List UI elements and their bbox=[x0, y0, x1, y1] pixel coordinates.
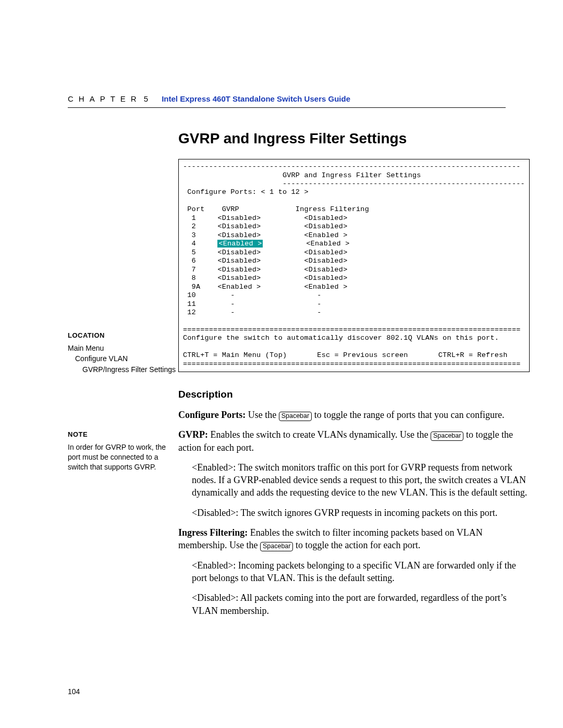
term-row-2: 2 <Disabled> <Disabled> bbox=[183, 223, 347, 230]
note-block: NOTE In order for GVRP to work, the port… bbox=[68, 430, 169, 472]
term-row-4-suffix: <Enabled > bbox=[263, 240, 349, 248]
term-row-6: 6 <Disabled> <Disabled> bbox=[183, 257, 347, 265]
spacebar-key: Spacebar bbox=[431, 431, 464, 441]
chapter-number: 5 bbox=[144, 94, 148, 103]
chapter-label: CHAPTER bbox=[68, 94, 142, 103]
page: CHAPTER5 Intel Express 460T Standalone S… bbox=[0, 0, 563, 728]
description-heading: Description bbox=[178, 388, 530, 401]
ingress-disabled-text: <Disabled>: All packets coming into the … bbox=[192, 591, 530, 617]
main-column: ----------------------------------------… bbox=[178, 159, 530, 624]
book-title: Intel Express 460T Standalone Switch Use… bbox=[162, 94, 350, 103]
header-rule bbox=[68, 107, 506, 108]
term-configure-ports: Configure Ports: < 1 to 12 > bbox=[183, 188, 309, 196]
terminal-screenshot: ----------------------------------------… bbox=[178, 159, 530, 372]
term-row-5: 5 <Disabled> <Disabled> bbox=[183, 249, 347, 256]
ingress-enabled-text: <Enabled>: Incoming packets belonging to… bbox=[192, 559, 530, 585]
spacebar-key: Spacebar bbox=[260, 542, 293, 551]
term-rule-half: ----------------------------------------… bbox=[183, 180, 525, 188]
term-row-4-prefix: 4 bbox=[183, 240, 217, 248]
gvrp-enabled-text: <Enabled>: The switch monitors traffic o… bbox=[192, 461, 530, 499]
location-level-2: Configure VLAN bbox=[75, 354, 169, 364]
term-rule-double-2: ========================================… bbox=[183, 360, 521, 368]
term-title: GVRP and Ingress Filter Settings bbox=[183, 171, 421, 179]
sidebar: LOCATION Main Menu Configure VLAN GVRP/I… bbox=[68, 159, 178, 472]
two-column-layout: LOCATION Main Menu Configure VLAN GVRP/I… bbox=[68, 159, 506, 624]
term-row-7: 7 <Disabled> <Disabled> bbox=[183, 266, 347, 274]
gvrp-disabled-text: <Disabled>: The switch ignores GVRP requ… bbox=[192, 507, 530, 519]
ingress-filtering-label: Ingress Filtering: bbox=[178, 527, 248, 538]
term-row-4-highlight: <Enabled > bbox=[217, 240, 263, 248]
gvrp-paragraph: GVRP: Enables the switch to create VLANs… bbox=[178, 428, 530, 454]
running-header: CHAPTER5 Intel Express 460T Standalone S… bbox=[68, 94, 506, 104]
term-footer-shortcuts: CTRL+T = Main Menu (Top) Esc = Previous … bbox=[183, 351, 508, 359]
configure-ports-paragraph: Configure Ports: Use the Spacebar to tog… bbox=[178, 409, 530, 421]
term-row-8: 8 <Disabled> <Disabled> bbox=[183, 274, 347, 282]
term-row-12: 12 - - bbox=[183, 309, 322, 316]
note-body: In order for GVRP to work, the port must… bbox=[68, 442, 169, 472]
section-title: GVRP and Ingress Filter Settings bbox=[178, 129, 506, 149]
location-heading: LOCATION bbox=[68, 331, 169, 340]
location-level-3: GVRP/Ingress Filter Settings bbox=[82, 365, 169, 375]
term-row-11: 11 - - bbox=[183, 300, 322, 308]
term-help-text: Configure the switch to automatically di… bbox=[183, 334, 499, 342]
ingress-filtering-paragraph: Ingress Filtering: Enables the switch to… bbox=[178, 526, 530, 552]
term-row-3: 3 <Disabled> <Enabled > bbox=[183, 231, 347, 239]
term-row-9: 9A <Enabled > <Enabled > bbox=[183, 283, 347, 291]
term-rule: ----------------------------------------… bbox=[183, 163, 521, 170]
term-row-10: 10 - - bbox=[183, 291, 322, 299]
note-heading: NOTE bbox=[68, 430, 169, 439]
term-col-header: Port GVRP Ingress Filtering bbox=[183, 205, 369, 213]
location-level-1: Main Menu bbox=[68, 343, 169, 353]
term-rule-double: ========================================… bbox=[183, 326, 521, 334]
term-row-1: 1 <Disabled> <Disabled> bbox=[183, 214, 347, 222]
configure-ports-label: Configure Ports: bbox=[178, 410, 246, 420]
spacebar-key: Spacebar bbox=[279, 412, 312, 421]
gvrp-label: GVRP: bbox=[178, 429, 208, 440]
page-number: 104 bbox=[68, 687, 80, 697]
